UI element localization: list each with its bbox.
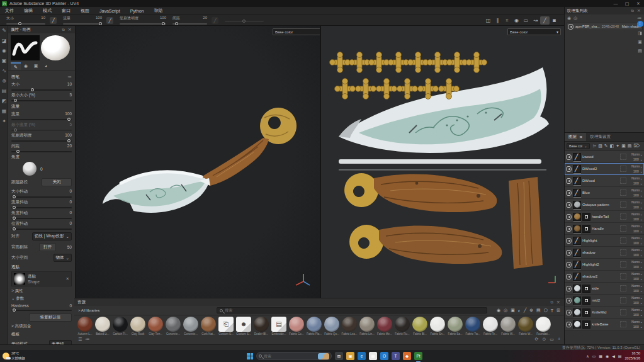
presets-icon[interactable]: ≔ <box>68 74 72 80</box>
channel-select-2d[interactable]: Base color▾ <box>507 28 561 35</box>
shelf-action-icon[interactable]: + <box>558 337 560 342</box>
menu-item[interactable]: 文件 <box>0 8 19 14</box>
layer-row[interactable]: knifeBase Norm⌄ 100 ⌄ <box>565 319 644 331</box>
layer-opacity[interactable]: 100 <box>633 193 639 197</box>
library-filter[interactable]: > All libraries <box>78 308 99 312</box>
tray-icon[interactable]: ◉ <box>606 354 609 358</box>
viewport-2d[interactable]: Base color▾ <box>321 26 564 298</box>
layer-blend-mode[interactable]: Norm <box>631 320 640 324</box>
material-asset[interactable]: Fabric Me... <box>376 317 393 336</box>
toolbar-icon[interactable]: ∥ <box>493 16 502 25</box>
toolbar-icon[interactable]: ◉ <box>512 16 521 25</box>
layer-blend-mode[interactable]: Norm <box>631 308 640 312</box>
tool-icon[interactable]: ▣ <box>0 56 8 66</box>
jitter-property[interactable]: 流量抖动0 <box>11 200 72 208</box>
layers-toolbar-icon[interactable]: ◧ <box>610 144 614 149</box>
layer-row[interactable]: mid2 Norm⌄ 100 ⌄ <box>565 295 644 307</box>
layer-visibility-icon[interactable] <box>566 286 572 291</box>
brush-opacity-property[interactable]: 笔刷透明度100 <box>11 133 72 142</box>
alignment-select[interactable]: 切线 | Wrap投影⌄ <box>32 232 72 240</box>
start-button[interactable] <box>247 353 253 359</box>
taskbar-app-icon[interactable]: O <box>380 352 388 360</box>
layer-opacity[interactable]: 100 <box>633 241 639 245</box>
dock-icon[interactable]: ▤ <box>638 48 642 54</box>
layers-toolbar-icon[interactable]: ▨ <box>598 144 602 149</box>
follow-path-toggle[interactable]: 关闭 <box>42 178 72 186</box>
asset-filter-icon[interactable]: ▤ <box>536 308 541 313</box>
layer-visibility-icon[interactable] <box>566 262 572 268</box>
layer-blend-mode[interactable]: Norm <box>631 224 640 228</box>
material-asset[interactable]: Baked Li... <box>94 317 111 336</box>
asset-filter-icon[interactable]: ◉ <box>497 308 500 313</box>
layer-opacity[interactable]: 100 <box>633 289 639 293</box>
material-preview[interactable] <box>41 35 70 60</box>
layer-opacity[interactable]: 100 <box>633 325 639 329</box>
menu-item[interactable]: Python <box>125 9 149 13</box>
menu-item[interactable]: 帮助 <box>149 8 167 14</box>
tray-icon[interactable]: ◀ <box>612 354 615 358</box>
material-asset[interactable]: ☻ Custom S... <box>235 317 252 336</box>
layers-toolbar-icon[interactable]: ⌲ <box>593 144 596 149</box>
layer-visibility-icon[interactable] <box>566 298 572 303</box>
material-asset[interactable]: Carbon Fi... <box>112 317 128 336</box>
taskbar-app-icon[interactable]: e <box>358 352 366 360</box>
jitter-property[interactable]: 角度抖动0 <box>11 210 72 219</box>
layer-opacity[interactable]: 100 <box>633 217 639 221</box>
layer-row[interactable]: Handle Norm⌄ 100 ⌄ <box>565 223 644 235</box>
tab-alpha-icon[interactable]: ◉ <box>21 62 31 70</box>
material-asset[interactable]: Dealer Bl... <box>253 317 269 336</box>
layer-blend-mode[interactable]: Norm <box>631 272 640 276</box>
asset-filter-icon[interactable]: ╱ <box>524 308 526 313</box>
tab-texture-set-settings[interactable]: 纹理集设置 <box>586 133 614 141</box>
material-asset[interactable]: Foundati... <box>535 317 551 336</box>
layer-visibility-icon[interactable] <box>566 214 572 220</box>
reset-defaults-button[interactable]: 恢复默认值 <box>29 314 72 322</box>
tray-icon[interactable]: ▤ <box>618 354 622 358</box>
size-space-select[interactable]: 物体⌄ <box>54 254 72 262</box>
layer-row[interactable]: Lwood Norm⌄ 100 ⌄ <box>565 151 644 163</box>
layer-opacity[interactable]: 100 <box>633 229 639 233</box>
angle-dial[interactable] <box>23 162 37 176</box>
spacing-slider[interactable]: 间距20 <box>172 16 207 25</box>
layer-channel-filter[interactable]: Base col⌄ <box>567 143 590 149</box>
layer-blend-mode[interactable]: Norm <box>631 200 640 204</box>
layer-row[interactable]: side Norm⌄ 100 ⌄ <box>565 283 644 295</box>
tab-brush-icon[interactable]: ✎ <box>11 62 21 70</box>
material-asset[interactable]: Fabric Te... <box>482 317 499 336</box>
layer-opacity[interactable]: 100 <box>633 253 639 257</box>
material-asset[interactable]: Fabric Qu... <box>324 317 340 336</box>
layer-blend-mode[interactable]: Norm <box>631 296 640 300</box>
tray-icon[interactable]: ∧ <box>586 354 589 358</box>
layer-visibility-icon[interactable] <box>566 310 572 315</box>
menu-item[interactable]: 视图 <box>76 8 94 14</box>
tool-icon[interactable]: ✦ <box>0 116 8 127</box>
toolbar-icon[interactable]: ◫ <box>483 16 493 25</box>
dock-icon[interactable]: ↥ <box>637 21 643 27</box>
layers-toolbar-icon[interactable]: ⌦ <box>633 144 640 149</box>
taskbar-app-icon[interactable]: T <box>392 352 400 360</box>
layer-visibility-icon[interactable] <box>566 190 572 196</box>
dock-icon[interactable]: ◨ <box>638 31 642 36</box>
layer-blend-mode[interactable]: Norm <box>631 212 640 216</box>
size-property[interactable]: 大小10 <box>11 82 72 91</box>
fold-parameters[interactable]: ⌄ 参数 <box>11 296 72 302</box>
material-asset[interactable]: Cork Nat... <box>200 317 217 336</box>
layer-blend-mode[interactable]: Norm <box>631 260 640 264</box>
layer-visibility-icon[interactable] <box>566 238 572 244</box>
layer-blend-mode[interactable]: Norm <box>631 284 640 288</box>
fold-properties[interactable]: > 属性 <box>11 288 72 294</box>
material-asset[interactable]: Fabric W... <box>517 317 534 336</box>
brush-preset-icon[interactable]: ╱ <box>106 17 113 24</box>
layers-toolbar-icon[interactable]: ✎ <box>604 144 608 149</box>
layers-toolbar-icon[interactable]: ▤ <box>628 144 632 149</box>
tool-icon[interactable]: ▦ <box>0 106 8 116</box>
tool-icon[interactable]: ⊕ <box>0 76 8 86</box>
layer-opacity[interactable]: 100 <box>633 277 639 281</box>
material-asset[interactable]: Fabric Pla... <box>306 317 322 336</box>
taskbar-search-input[interactable] <box>264 354 314 358</box>
layer-blend-mode[interactable]: Norm <box>631 164 640 168</box>
layer-row[interactable]: KnifeMid Norm⌄ 100 ⌄ <box>565 307 644 319</box>
panel-float-icon[interactable]: ⧉ ✕ <box>62 28 72 32</box>
dock-icon[interactable]: ▣ <box>638 40 642 45</box>
material-asset[interactable]: Clay Rock <box>130 317 146 336</box>
